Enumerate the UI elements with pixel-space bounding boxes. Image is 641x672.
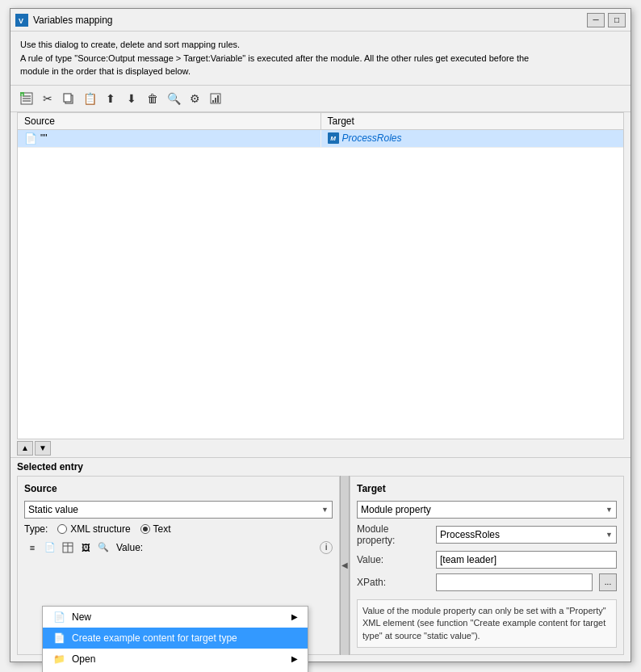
src-list-icon[interactable]: ≡ — [24, 540, 40, 556]
info-line2: A rule of type "Source:Output message > … — [20, 52, 621, 65]
menu-item-create-example-label: Create example content for target type — [72, 632, 237, 644]
note-box: Value of the module property can only be… — [357, 599, 617, 648]
info-line3: module in the order that is displayed be… — [20, 65, 621, 78]
module-property-value: ProcessRoles — [440, 529, 500, 540]
target-type-icon: M — [328, 132, 339, 144]
source-type-dropdown[interactable]: Static value ▼ — [24, 501, 333, 519]
src-search-icon[interactable]: 🔍 — [95, 540, 111, 556]
xpath-label: XPath: — [357, 577, 429, 588]
mapping-table: Source Target 📄 "" M ProcessRoles — [17, 112, 624, 439]
menu-item-open-label: Open — [72, 653, 95, 665]
minimize-button[interactable]: ─ — [587, 13, 605, 27]
info-area: Use this dialog to create, delete and so… — [10, 32, 631, 86]
menu-item-new-label: New — [72, 611, 91, 623]
xml-structure-radio-circle — [57, 524, 67, 534]
source-cell: 📄 "" — [18, 130, 321, 147]
mapping-table-header: Source Target — [18, 113, 623, 130]
move-up-button[interactable]: ⬆ — [101, 89, 120, 108]
svg-text:V: V — [19, 17, 23, 25]
search-button[interactable]: 🔍 — [164, 89, 183, 108]
target-panel: Target Module property ▼ Module property… — [350, 476, 624, 655]
module-property-label: Module property: — [357, 523, 429, 546]
divider-arrow-icon: ◀ — [341, 561, 348, 569]
new-icon: 📄 — [52, 611, 65, 624]
text-radio-circle — [140, 524, 150, 534]
module-property-dropdown[interactable]: ProcessRoles ▼ — [436, 526, 617, 544]
window-controls[interactable]: ─ □ — [587, 13, 626, 27]
target-column-header: Target — [321, 113, 624, 129]
new-arrow-icon: ▶ — [291, 612, 298, 621]
delete-button[interactable]: 🗑 — [143, 89, 162, 108]
info-line1: Use this dialog to create, delete and so… — [20, 38, 621, 52]
target-value: ProcessRoles — [342, 132, 402, 144]
selected-entry-label: Selected entry — [10, 457, 631, 476]
svg-rect-9 — [64, 94, 71, 102]
src-copy-icon[interactable]: 📄 — [42, 540, 58, 556]
svg-rect-11 — [212, 100, 214, 103]
panels-container: Source Static value ▼ Type: XML structur… — [10, 476, 631, 662]
text-label: Text — [153, 523, 171, 535]
create-example-icon: 📄 — [52, 632, 65, 645]
value-label: Value: — [116, 542, 143, 553]
target-panel-title: Target — [357, 483, 617, 494]
move-down-button[interactable]: ⬇ — [122, 89, 141, 108]
xpath-input[interactable] — [436, 573, 593, 591]
menu-item-open[interactable]: 📁 Open ▶ — [43, 649, 308, 670]
main-toolbar: + ✂ 📋 ⬆ ⬇ 🗑 🔍 ⚙ — [10, 86, 631, 112]
value-row: Value: — [357, 551, 617, 569]
source-type-value: Static value — [28, 504, 78, 515]
target-type-value: Module property — [361, 504, 431, 515]
source-column-header: Source — [18, 113, 321, 129]
source-file-icon: 📄 — [24, 132, 37, 145]
source-toolbar: ≡ 📄 🖼 🔍 Value: i — [24, 540, 333, 556]
xpath-row: XPath: ... — [357, 573, 617, 591]
sort-arrows: ▲ ▼ — [10, 439, 631, 457]
value-input[interactable] — [436, 551, 617, 569]
menu-item-create-example[interactable]: 📄 Create example content for target type — [43, 628, 308, 649]
note-text: Value of the module property can only be… — [362, 606, 606, 640]
text-radio[interactable]: Text — [140, 523, 171, 535]
svg-rect-12 — [215, 98, 216, 103]
xml-structure-label: XML structure — [70, 523, 130, 535]
type-label: Type: — [24, 523, 48, 535]
window-title: Variables mapping — [33, 15, 587, 26]
svg-text:+: + — [21, 92, 23, 97]
xml-structure-radio[interactable]: XML structure — [57, 523, 130, 535]
add-button[interactable]: + — [17, 89, 36, 108]
maximize-button[interactable]: □ — [608, 13, 626, 27]
src-img-icon[interactable]: 🖼 — [78, 540, 94, 556]
menu-item-new[interactable]: 📄 New ▶ — [43, 607, 308, 628]
value-label: Value: — [357, 554, 429, 565]
copy-button[interactable] — [59, 89, 78, 108]
panel-divider[interactable]: ◀ — [340, 476, 350, 655]
target-cell: M ProcessRoles — [321, 130, 624, 147]
open-icon: 📁 — [52, 653, 65, 666]
cut-button[interactable]: ✂ — [38, 89, 57, 108]
sort-down-button[interactable]: ▼ — [35, 441, 51, 456]
source-panel: Source Static value ▼ Type: XML structur… — [17, 476, 340, 655]
src-table-icon[interactable] — [60, 540, 76, 556]
source-value: "" — [40, 132, 48, 144]
report-button[interactable] — [206, 89, 225, 108]
info-icon[interactable]: i — [320, 541, 333, 554]
window-icon: V — [15, 14, 28, 27]
type-radio-group: Type: XML structure Text — [24, 523, 333, 535]
paste-button[interactable]: 📋 — [80, 89, 99, 108]
target-dropdown-arrow-icon: ▼ — [605, 506, 613, 514]
source-panel-title: Source — [24, 483, 333, 494]
target-type-dropdown[interactable]: Module property ▼ — [357, 501, 617, 519]
module-property-row: Module property: ProcessRoles ▼ — [357, 523, 617, 546]
svg-rect-13 — [217, 95, 219, 103]
settings-button[interactable]: ⚙ — [185, 89, 204, 108]
context-menu: 📄 New ▶ 📄 Create example content for tar… — [42, 606, 308, 672]
open-arrow-icon: ▶ — [291, 654, 298, 663]
table-row[interactable]: 📄 "" M ProcessRoles — [18, 130, 623, 148]
module-property-arrow-icon: ▼ — [605, 531, 613, 539]
sort-up-button[interactable]: ▲ — [17, 441, 33, 456]
xpath-browse-button[interactable]: ... — [599, 573, 617, 591]
dropdown-arrow-icon: ▼ — [321, 506, 329, 514]
